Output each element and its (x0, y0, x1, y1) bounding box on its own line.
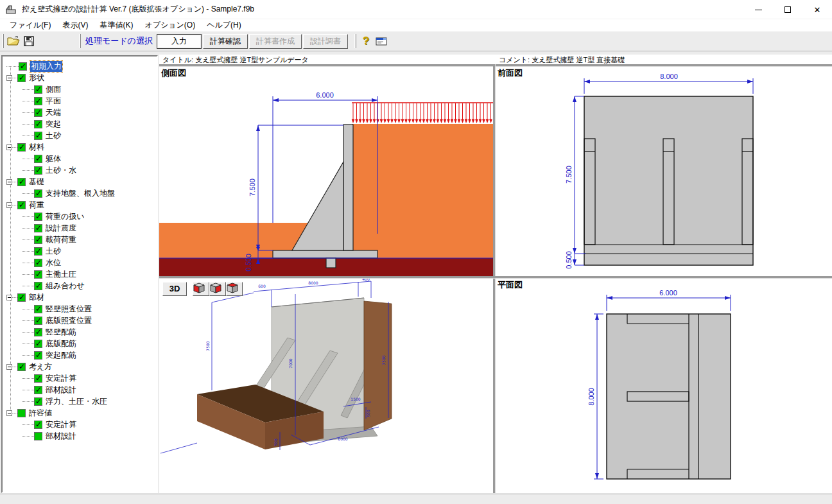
about-window-button[interactable] (374, 34, 389, 48)
tree-item-label[interactable]: 竪壁照査位置 (46, 304, 92, 315)
tree-item[interactable]: 底版配筋 (3, 338, 157, 349)
tree-item-label[interactable]: 土砂 (46, 246, 61, 257)
tree-checkbox[interactable] (34, 270, 42, 279)
tree-item[interactable]: 設計震度 (3, 222, 157, 234)
tree-item[interactable]: 土砂 (3, 130, 157, 141)
collapse-icon[interactable] (6, 295, 12, 300)
tree-checkbox[interactable] (34, 340, 42, 348)
tree-item[interactable]: 浮力、土圧・水圧 (3, 395, 157, 407)
tree-checkbox[interactable] (34, 132, 42, 140)
view-cube-top-button[interactable] (226, 282, 243, 296)
toolbar-grip[interactable] (79, 34, 81, 48)
tree-checkbox[interactable] (34, 85, 42, 94)
mode-button-1[interactable]: 計算確認 (203, 34, 248, 49)
collapse-icon[interactable] (6, 75, 12, 81)
tree-checkbox[interactable] (34, 224, 42, 232)
tree-item-label[interactable]: 突起 (46, 119, 61, 130)
tree-checkbox[interactable] (17, 74, 26, 82)
open-file-button[interactable] (6, 34, 21, 48)
tree-item-label[interactable]: 天端 (46, 107, 61, 118)
tree-item-label[interactable]: 初期入力 (30, 61, 62, 72)
tree-item[interactable]: 荷重 (3, 199, 157, 211)
tree-item-label[interactable]: 部材 (29, 292, 44, 303)
collapse-icon[interactable] (6, 144, 12, 150)
tree-checkbox[interactable] (34, 386, 42, 394)
tree-item[interactable]: 基礎 (3, 176, 157, 187)
tree-item-label[interactable]: 底版配筋 (46, 338, 76, 349)
tree-item[interactable]: 天端 (3, 107, 157, 118)
tree-checkbox[interactable] (34, 374, 42, 383)
tree-item-label[interactable]: 浮力、土圧・水圧 (46, 396, 107, 407)
tree-item[interactable]: 材料 (3, 141, 157, 153)
tree-item[interactable]: 支持地盤、根入地盤 (3, 187, 157, 199)
tree-item-label[interactable]: 安定計算 (46, 373, 76, 384)
tree-item[interactable]: 形状 (3, 72, 157, 83)
tree-checkbox[interactable] (34, 120, 42, 128)
tree-checkbox[interactable] (34, 213, 42, 221)
tree-item-label[interactable]: 躯体 (46, 153, 61, 164)
tree-checkbox[interactable] (34, 397, 42, 406)
tree-item-label[interactable]: 材料 (29, 142, 44, 153)
tree-item[interactable]: 平面 (3, 95, 157, 107)
tree-item-label[interactable]: 基礎 (29, 177, 44, 187)
menu-item-0[interactable]: ファイル(F) (4, 20, 56, 31)
menu-item-4[interactable]: ヘルプ(H) (201, 20, 247, 31)
tree-item-label[interactable]: 部材設計 (46, 431, 76, 442)
tree-checkbox[interactable] (34, 109, 42, 117)
minimize-button[interactable] (743, 0, 773, 19)
tree-checkbox[interactable] (34, 282, 42, 290)
tree-item-label[interactable]: 平面 (46, 96, 61, 107)
tree-checkbox[interactable] (34, 432, 42, 440)
collapse-icon[interactable] (6, 202, 12, 208)
tree-checkbox[interactable] (17, 363, 26, 371)
tree-item-label[interactable]: 考え方 (29, 361, 52, 372)
tree-item[interactable]: 部材設計 (3, 430, 157, 442)
tree-item-label[interactable]: 側面 (46, 84, 61, 95)
tree-item[interactable]: 主働土圧 (3, 268, 157, 280)
toolbar-grip[interactable] (354, 34, 356, 48)
tree-item[interactable]: 突起 (3, 118, 157, 130)
tree-checkbox[interactable] (34, 351, 42, 360)
tree-checkbox[interactable] (17, 178, 26, 186)
tree-item-label[interactable]: 部材設計 (46, 385, 76, 395)
tree-checkbox[interactable] (17, 409, 26, 417)
tree-item[interactable]: 荷重の扱い (3, 211, 157, 222)
tree-item[interactable]: 底版照査位置 (3, 315, 157, 326)
tree-item[interactable]: 躯体 (3, 153, 157, 164)
tree-item-label[interactable]: 形状 (29, 73, 44, 83)
tree-item-label[interactable]: 底版照査位置 (46, 315, 92, 326)
tree-item[interactable]: 組み合わせ (3, 280, 157, 291)
tree-item[interactable]: 部材設計 (3, 384, 157, 395)
tree-item-label[interactable]: 荷重の扱い (46, 211, 85, 222)
tree-checkbox[interactable] (34, 236, 42, 244)
save-file-button[interactable] (21, 34, 37, 48)
tree-item-label[interactable]: 支持地盤、根入地盤 (46, 188, 115, 199)
tree-checkbox[interactable] (17, 201, 26, 209)
tree-checkbox[interactable] (34, 155, 42, 163)
tree-item[interactable]: 土砂・水 (3, 164, 157, 176)
tree-item-label[interactable]: 組み合わせ (46, 281, 85, 291)
tree-item[interactable]: 側面 (3, 83, 157, 95)
tree-item-label[interactable]: 荷重 (29, 200, 44, 211)
tree-item[interactable]: 安定計算 (3, 419, 157, 430)
tree-checkbox[interactable] (34, 189, 42, 198)
tree-item-label[interactable]: 設計震度 (46, 223, 76, 234)
mode-button-0[interactable]: 入力 (157, 34, 202, 49)
tree-item[interactable]: 安定計算 (3, 372, 157, 384)
tree-item[interactable]: 土砂 (3, 245, 157, 257)
tree-item-label[interactable]: 土砂 (46, 130, 61, 141)
tree-checkbox[interactable] (34, 97, 42, 105)
tree-item-label[interactable]: 突起配筋 (46, 350, 76, 361)
tree-checkbox[interactable] (34, 166, 42, 175)
tree-checkbox[interactable] (17, 143, 26, 152)
tree-item[interactable]: 竪壁照査位置 (3, 303, 157, 315)
menu-item-1[interactable]: 表示(V) (56, 20, 94, 31)
tree-item[interactable]: 載荷荷重 (3, 234, 157, 245)
tree-item[interactable]: 許容値 (3, 407, 157, 419)
tree-checkbox[interactable] (34, 259, 42, 267)
tree-item-label[interactable]: 竪壁配筋 (46, 327, 76, 338)
mode-button-3[interactable]: 設計調書 (303, 34, 348, 49)
view-cube-left-button[interactable] (193, 282, 209, 296)
mode-button-2[interactable]: 計算書作成 (249, 34, 302, 49)
tree-checkbox[interactable] (34, 421, 42, 429)
